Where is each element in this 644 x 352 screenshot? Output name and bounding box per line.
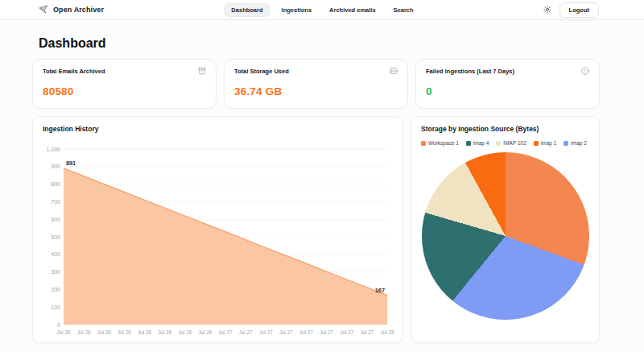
nav-item-dashboard[interactable]: Dashboard [224,3,270,17]
page-title: Dashboard [39,36,600,51]
legend-swatch [421,141,426,146]
svg-text:Jul 27: Jul 27 [340,329,353,335]
pie-legend: Workspace 1imap 4IMAP 102imap 1imap 2 [421,140,589,146]
svg-text:Jul 27: Jul 27 [239,329,253,335]
stat-card-storage-used: Total Storage Used 36.74 GB [224,59,408,109]
svg-text:600: 600 [51,217,60,222]
svg-text:Jul 27: Jul 27 [320,329,333,335]
area-chart: 01002003004005006007008009001,000Jul 26J… [43,136,393,342]
svg-text:Jul 26: Jul 26 [198,329,212,335]
stat-card-failed-ingestions: Failed Ingestions (Last 7 Days) 0 [415,59,600,109]
svg-text:200: 200 [51,287,60,292]
svg-text:Jul 26: Jul 26 [118,329,131,335]
svg-text:1,000: 1,000 [46,147,60,152]
storage-by-source-card: Storage by Ingestion Source (Bytes) Work… [411,116,600,343]
archive-icon [198,67,206,75]
legend-label: imap 4 [473,140,489,146]
svg-text:Jul 27: Jul 27 [259,329,273,335]
header-controls: Logout [543,2,599,18]
legend-swatch [534,141,539,146]
svg-text:Jul 27: Jul 27 [219,329,233,335]
ingestion-history-card: Ingestion History 0100200300400500600700… [32,116,403,343]
charts-row: Ingestion History 0100200300400500600700… [32,116,600,343]
legend-item-imap-102[interactable]: IMAP 102 [496,140,526,146]
logout-button[interactable]: Logout [559,2,599,18]
legend-item-imap-4[interactable]: imap 4 [466,140,489,146]
svg-text:Jul 26: Jul 26 [158,329,171,335]
stat-value: 36.74 GB [234,85,398,97]
legend-item-imap-2[interactable]: imap 2 [564,140,587,146]
svg-text:Jul 26: Jul 26 [178,329,192,335]
svg-text:Jul 27: Jul 27 [279,329,293,335]
svg-text:800: 800 [51,181,60,187]
legend-label: imap 1 [541,140,557,146]
alert-circle-icon [581,67,589,75]
stat-value: 80580 [43,85,206,97]
legend-swatch [564,141,568,146]
origami-logo-icon [39,2,49,17]
pie-chart-title: Storage by Ingestion Source (Bytes) [421,125,589,133]
svg-text:Jul 27: Jul 27 [360,329,374,335]
legend-item-workspace-1[interactable]: Workspace 1 [421,140,459,146]
brand: Open Archiver [39,2,104,17]
svg-text:Jul 26: Jul 26 [77,329,91,335]
stat-title: Total Emails Archived [43,68,105,75]
stats-row: Total Emails Archived 80580 Total Storag… [32,59,600,109]
svg-text:100: 100 [51,304,60,310]
svg-text:Jul 28: Jul 28 [381,329,394,335]
nav-item-search[interactable]: Search [387,4,420,16]
legend-label: IMAP 102 [503,140,526,146]
svg-text:700: 700 [51,199,60,205]
stat-title: Failed Ingestions (Last 7 Days) [426,68,514,75]
legend-label: Workspace 1 [428,140,459,146]
svg-text:Jul 26: Jul 26 [97,329,111,335]
stat-title: Total Storage Used [234,68,289,75]
brand-name: Open Archiver [53,6,104,14]
svg-text:167: 167 [375,287,385,294]
area-chart-title: Ingestion History [43,125,393,133]
main-nav: DashboardIngestionsArchived emailsSearch [224,0,419,19]
hard-drive-icon [390,67,398,75]
sun-icon[interactable] [543,6,551,14]
nav-item-archived-emails[interactable]: Archived emails [323,4,382,16]
svg-text:Jul 26: Jul 26 [57,329,71,335]
svg-text:0: 0 [57,322,60,328]
legend-swatch [496,141,501,146]
svg-text:900: 900 [51,164,60,169]
nav-item-ingestions[interactable]: Ingestions [275,4,319,16]
stat-value: 0 [426,85,589,97]
svg-text:400: 400 [51,251,60,257]
svg-text:300: 300 [51,269,60,275]
svg-text:500: 500 [51,234,60,240]
svg-text:Jul 26: Jul 26 [138,329,151,335]
dashboard-page: Dashboard Total Emails Archived 80580 To… [32,36,600,343]
svg-text:891: 891 [66,159,76,167]
pie-chart [422,152,589,320]
legend-item-imap-1[interactable]: imap 1 [534,140,557,146]
legend-swatch [466,141,471,146]
stat-card-total-emails: Total Emails Archived 80580 [32,59,217,109]
svg-text:Jul 27: Jul 27 [299,329,313,335]
legend-label: imap 2 [571,140,587,146]
top-bar: Open Archiver DashboardIngestionsArchive… [0,0,644,20]
